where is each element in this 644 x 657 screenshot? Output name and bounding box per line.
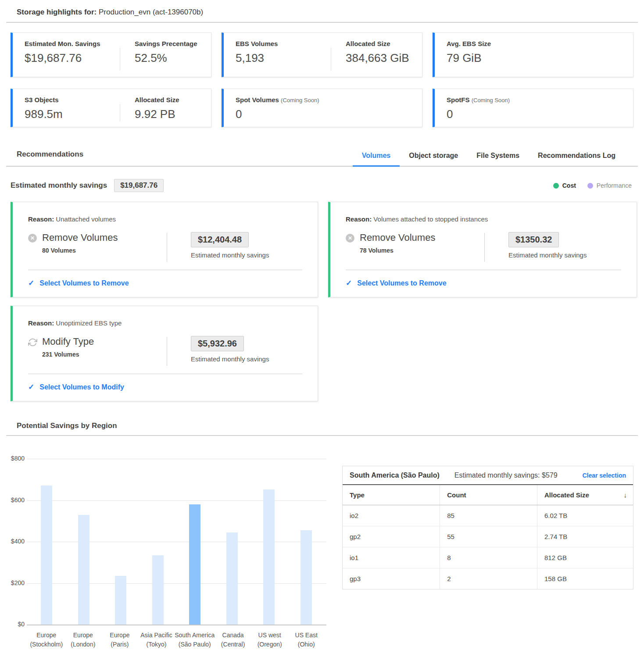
card-link-label: Select Volumes to Remove xyxy=(357,279,446,287)
region-table-body: io2856.02 TBgp2552.74 TBio18812 GBgp3215… xyxy=(343,505,633,589)
stat-value: 79 GiB xyxy=(447,51,491,65)
volume-count: 231 Volumes xyxy=(42,351,94,358)
table-row: io18812 GB xyxy=(343,547,633,568)
card-rule xyxy=(28,374,302,374)
stat-card-spot-volumes: Spot Volumes (Coming Soon) 0 xyxy=(222,89,422,127)
table-cell: io1 xyxy=(343,547,440,568)
tab-volumes[interactable]: Volumes xyxy=(353,148,400,166)
x-axis-label: US west(Oregon) xyxy=(251,631,288,649)
column-header-count[interactable]: Count xyxy=(440,485,537,505)
card-divider xyxy=(167,337,167,366)
stat-label: Allocated Size xyxy=(346,40,409,47)
check-icon: ✓ xyxy=(28,382,34,392)
region-bar[interactable] xyxy=(152,555,164,625)
chart-plot: $800$600$400$200$0 xyxy=(28,450,325,625)
account-name: Production_evn (act-1396070b) xyxy=(99,8,203,16)
chart-xlabels: Europe(Stockholm)Europe(London)Europe(Pa… xyxy=(28,631,325,649)
region-bar[interactable] xyxy=(41,486,52,625)
region-section-heading: Potential Savings by Region xyxy=(11,421,633,435)
card-divider xyxy=(167,233,167,262)
column-header-allocated-size[interactable]: Allocated Size ↓ xyxy=(537,485,633,505)
chart-legend: Cost Performance xyxy=(553,182,632,189)
stat-label: EBS Volumes xyxy=(236,40,331,47)
rec-card-unoptimized-type: Reason: Unoptimized EBS type Modify Type xyxy=(11,306,318,401)
savings-amount-caption: Estimated monthly savings xyxy=(191,251,269,259)
x-axis-label: Europe(Stockholm) xyxy=(28,631,65,649)
action-title: Modify Type xyxy=(42,336,94,347)
stat-label: S3 Objects xyxy=(25,96,120,104)
legend-performance: Performance xyxy=(587,182,632,189)
table-row: gp2552.74 TB xyxy=(343,526,633,547)
table-cell: 812 GB xyxy=(537,547,633,568)
gridline xyxy=(27,625,326,625)
card-link-label: Select Volumes to Modify xyxy=(39,383,124,391)
region-table: Type Count Allocated Size ↓ io2856.02 TB… xyxy=(343,485,633,589)
rec-card-unattached: Reason: Unattached volumes ✕ Remove Volu… xyxy=(11,202,318,297)
action-title: Remove Volumes xyxy=(42,232,118,243)
stat-value: 9.92 PB xyxy=(135,107,179,121)
savings-by-region-chart: $800$600$400$200$0 Europe(Stockholm)Euro… xyxy=(11,450,325,649)
savings-amount-badge: $1350.32 xyxy=(508,232,559,247)
legend-performance-label: Performance xyxy=(597,182,632,189)
volume-count: 80 Volumes xyxy=(42,247,118,254)
stat-card-spotfs: SpotFS (Coming Soon) 0 xyxy=(433,89,633,127)
table-row: gp32158 GB xyxy=(343,568,633,589)
table-cell: gp3 xyxy=(343,568,440,589)
region-bar[interactable] xyxy=(226,532,238,625)
select-volumes-to-modify-link[interactable]: ✓ Select Volumes to Modify xyxy=(28,382,302,392)
region-bar-selected[interactable] xyxy=(189,504,200,625)
stat-label: Estimated Mon. Savings xyxy=(25,40,120,47)
tab-recommendations-log[interactable]: Recommendations Log xyxy=(529,148,625,166)
check-icon: ✓ xyxy=(28,279,34,288)
region-bar[interactable] xyxy=(263,489,275,625)
stat-value: 5,193 xyxy=(236,51,331,65)
refresh-icon xyxy=(28,338,37,346)
table-cell: 158 GB xyxy=(537,568,633,589)
table-cell: 2 xyxy=(440,568,537,589)
action-title: Remove Volumes xyxy=(360,232,435,243)
legend-cost-label: Cost xyxy=(562,182,576,189)
tab-file-systems[interactable]: File Systems xyxy=(467,148,529,166)
region-bar[interactable] xyxy=(78,515,89,625)
table-cell: io2 xyxy=(343,505,440,526)
reason-text: Unoptimized EBS type xyxy=(56,319,122,327)
stat-card-avg-ebs-size: Avg. EBS Size 79 GiB xyxy=(433,32,633,77)
table-cell: 8 xyxy=(440,547,537,568)
recommendation-cards: Reason: Unattached volumes ✕ Remove Volu… xyxy=(11,202,633,401)
stat-label: Spot Volumes xyxy=(236,96,279,104)
select-volumes-to-remove-link[interactable]: ✓ Select Volumes to Remove xyxy=(346,279,621,288)
y-tick-label: $600 xyxy=(11,496,25,503)
savings-summary-row: Estimated monthly savings $19,687.76 Cos… xyxy=(11,179,633,192)
table-cell: 85 xyxy=(440,505,537,526)
card-divider xyxy=(484,233,485,262)
stat-value: 0 xyxy=(236,107,319,121)
region-bar[interactable] xyxy=(301,530,312,625)
table-cell: 55 xyxy=(440,526,537,547)
check-icon: ✓ xyxy=(346,279,352,288)
selected-region-title: South America (São Paulo) xyxy=(350,471,440,479)
monthly-savings-badge: $19,687.76 xyxy=(114,179,164,192)
card-rule xyxy=(28,270,302,270)
storage-dashboard: Storage highlights for: Production_evn (… xyxy=(0,0,644,649)
stat-card-est-savings: Estimated Mon. Savings $19,687.76 Saving… xyxy=(11,32,211,77)
region-bar[interactable] xyxy=(115,576,126,625)
remove-circle-icon: ✕ xyxy=(28,234,37,243)
monthly-savings-label: Estimated monthly savings xyxy=(11,181,107,190)
column-header-type[interactable]: Type xyxy=(343,485,440,505)
recommendations-heading: Recommendations xyxy=(11,150,83,166)
tab-object-storage[interactable]: Object storage xyxy=(400,148,467,166)
page-title: Storage highlights for: Production_evn (… xyxy=(11,8,633,17)
region-detail-panel: South America (São Paulo) Estimated mont… xyxy=(342,466,633,649)
select-volumes-to-remove-link[interactable]: ✓ Select Volumes to Remove xyxy=(28,279,302,288)
stat-card-s3-objects: S3 Objects 989.5m Allocated Size 9.92 PB xyxy=(11,89,211,127)
rec-card-stopped-instances: Reason: Volumes attached to stopped inst… xyxy=(328,202,637,297)
reason-label: Reason: xyxy=(346,215,372,223)
page-title-bold: Storage highlights for: xyxy=(17,8,97,16)
x-axis-label: South America(São Paulo) xyxy=(175,631,215,649)
recommendations-tabs: Volumes Object storage File Systems Reco… xyxy=(353,148,625,166)
performance-dot-icon xyxy=(587,183,593,189)
clear-selection-link[interactable]: Clear selection xyxy=(582,472,626,479)
savings-amount-caption: Estimated monthly savings xyxy=(191,355,269,363)
reason-label: Reason: xyxy=(28,215,54,223)
arrow-down-icon[interactable]: ↓ xyxy=(624,491,627,499)
